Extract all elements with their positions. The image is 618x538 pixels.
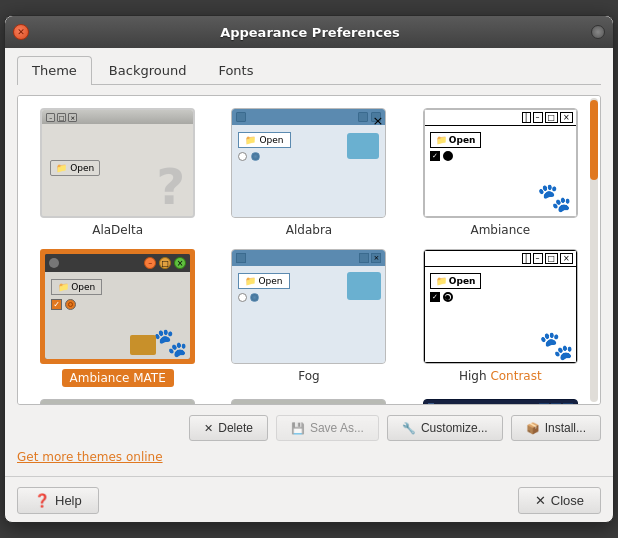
theme-name-ambiance-mate: Ambiance MATE: [62, 369, 174, 387]
theme-item-dark2[interactable]: 📁Open ?: [221, 399, 396, 405]
tab-fonts[interactable]: Fonts: [203, 56, 268, 84]
high-contrast-label-high: High: [459, 369, 490, 383]
theme-preview-aladelta: – □ × 📁Open: [40, 108, 195, 218]
theme-item-dark1[interactable]: 📁Open ?: [30, 399, 205, 405]
install-button[interactable]: 📦 Install...: [511, 415, 601, 441]
footer: ❓ Help ✕ Close: [5, 476, 613, 522]
customize-button[interactable]: 🔧 Customize...: [387, 415, 503, 441]
install-label: Install...: [545, 421, 586, 435]
get-more-themes-link[interactable]: Get more themes online: [17, 450, 163, 464]
theme-name-fog: Fog: [298, 369, 319, 383]
link-row: Get more themes online: [17, 449, 601, 464]
theme-preview-dark1: 📁Open ?: [40, 399, 195, 405]
save-as-label: Save As...: [310, 421, 364, 435]
theme-item-ambiance[interactable]: | – □ × 📁Open ✓: [413, 108, 588, 237]
close-label: Close: [551, 493, 584, 508]
theme-name-high-contrast: High Contrast: [459, 369, 542, 383]
save-as-button[interactable]: 💾 Save As...: [276, 415, 379, 441]
high-contrast-label-contrast: Contrast: [490, 369, 541, 383]
appearance-preferences-window: ✕ Appearance Preferences Theme Backgroun…: [4, 15, 614, 523]
customize-label: Customize...: [421, 421, 488, 435]
theme-preview-ambiance: | – □ × 📁Open ✓: [423, 108, 578, 218]
theme-preview-fog: × 📁Open: [231, 249, 386, 364]
window-title: Appearance Preferences: [29, 25, 591, 40]
save-as-icon: 💾: [291, 422, 305, 435]
titlebar: ✕ Appearance Preferences: [5, 16, 613, 48]
themes-area: – □ × 📁Open: [17, 95, 601, 405]
action-buttons-row: ✕ Delete 💾 Save As... 🔧 Customize... 📦 I…: [17, 415, 601, 441]
tab-bar: Theme Background Fonts: [17, 56, 601, 85]
theme-item-aldabra[interactable]: × 📁Open: [221, 108, 396, 237]
install-icon: 📦: [526, 422, 540, 435]
theme-item-dark3[interactable]: – □ × 📁Open: [413, 399, 588, 405]
theme-preview-high-contrast: | – □ × 📁Open ✓: [423, 249, 578, 364]
theme-item-aladelta[interactable]: – □ × 📁Open: [30, 108, 205, 237]
tab-background[interactable]: Background: [94, 56, 202, 84]
theme-item-fog[interactable]: × 📁Open: [221, 249, 396, 387]
delete-icon: ✕: [204, 422, 213, 435]
customize-icon: 🔧: [402, 422, 416, 435]
theme-name-aldabra: Aldabra: [286, 223, 332, 237]
themes-grid: – □ × 📁Open: [30, 108, 588, 405]
theme-preview-dark3: – □ × 📁Open: [423, 399, 578, 405]
scrollbar-track[interactable]: [590, 98, 598, 402]
close-icon: ✕: [535, 493, 546, 508]
close-button[interactable]: ✕: [13, 24, 29, 40]
help-button[interactable]: ❓ Help: [17, 487, 99, 514]
theme-name-ambiance: Ambiance: [470, 223, 530, 237]
theme-item-high-contrast[interactable]: | – □ × 📁Open ✓: [413, 249, 588, 387]
theme-preview-dark2: 📁Open ?: [231, 399, 386, 405]
theme-name-aladelta: AlaDelta: [92, 223, 143, 237]
scrollbar-thumb[interactable]: [590, 100, 598, 180]
help-icon: ❓: [34, 493, 50, 508]
theme-item-ambiance-mate[interactable]: – □ × 📁Open ✓: [30, 249, 205, 387]
delete-label: Delete: [218, 421, 253, 435]
delete-button[interactable]: ✕ Delete: [189, 415, 268, 441]
theme-preview-aldabra: × 📁Open: [231, 108, 386, 218]
close-button[interactable]: ✕ Close: [518, 487, 601, 514]
tab-theme[interactable]: Theme: [17, 56, 92, 85]
grip-icon: [591, 25, 605, 39]
help-label: Help: [55, 493, 82, 508]
content-area: Theme Background Fonts – □ ×: [5, 48, 613, 476]
theme-preview-ambiance-mate: – □ × 📁Open ✓: [40, 249, 195, 364]
